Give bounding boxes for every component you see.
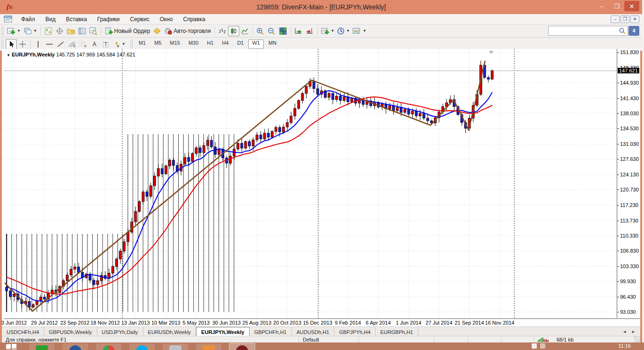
- menu-Справка[interactable]: Справка: [178, 15, 211, 24]
- chart-tab-USDJPYh,Daily[interactable]: USDJPYh,Daily: [97, 327, 143, 336]
- auto-scroll-button[interactable]: [293, 26, 304, 36]
- tab-scroll-right-icon[interactable]: ►: [631, 329, 636, 334]
- market-watch-button[interactable]: [43, 26, 54, 36]
- search-input[interactable]: [548, 26, 628, 36]
- timeframe-W1-button[interactable]: W1: [248, 40, 264, 49]
- chart-tab-USDCHFh,H4[interactable]: USDCHFh,H4: [2, 327, 44, 336]
- timeframe-M30-button[interactable]: M30: [185, 40, 202, 49]
- mdi-close-button[interactable]: ✕: [630, 16, 639, 23]
- search-icon[interactable]: [619, 27, 626, 35]
- price-tick: [617, 312, 619, 312]
- chart-candles-button[interactable]: [228, 26, 239, 36]
- chart-bars-button[interactable]: [217, 26, 228, 36]
- indicators-button[interactable]: ▼: [320, 26, 336, 36]
- taskbar-clock[interactable]: 11:16: [618, 343, 631, 349]
- taskbar-app-settings-gear[interactable]: [163, 343, 188, 350]
- shapes-button[interactable]: ▼: [111, 39, 127, 49]
- profiles-icon: [24, 27, 32, 35]
- dropdown-arrow-icon[interactable]: ▼: [331, 29, 335, 33]
- timeframe-M1-button[interactable]: M1: [135, 40, 149, 49]
- chart-plot-area[interactable]: ▼ EURJPYh,Weekly 145.725 147.969 145.584…: [4, 49, 617, 318]
- taskbar-app-word[interactable]: [63, 343, 88, 350]
- taskbar-app-metatrader[interactable]: [229, 343, 255, 350]
- zoom-in-button[interactable]: [255, 26, 266, 36]
- terminal-button[interactable]: [77, 26, 88, 36]
- close-button[interactable]: ✕: [624, 1, 639, 11]
- new-chart-button[interactable]: ▼: [6, 26, 22, 36]
- navigator-button[interactable]: [65, 26, 77, 36]
- crosshair-button[interactable]: [17, 39, 28, 49]
- chart-shift-button[interactable]: [304, 26, 315, 36]
- navigator-icon: [67, 27, 75, 35]
- maximize-button[interactable]: ❒: [609, 1, 624, 11]
- chart-line-button[interactable]: [239, 26, 251, 36]
- timeframe-D1-button[interactable]: D1: [233, 40, 247, 49]
- tab-scroll-left-icon[interactable]: ◄: [622, 329, 627, 334]
- candlestick-chart[interactable]: [4, 49, 617, 318]
- vline-button[interactable]: [32, 39, 44, 49]
- mdi-restore-button[interactable]: ❐: [620, 16, 629, 23]
- metaeditor-button[interactable]: [151, 26, 163, 36]
- tile-windows-button[interactable]: [277, 26, 289, 36]
- chart-tab-AUDUSDh,H1[interactable]: AUDUSDh,H1: [292, 327, 335, 336]
- toolbar-grip[interactable]: [131, 40, 133, 49]
- dropdown-arrow-icon[interactable]: ▼: [33, 29, 37, 33]
- periods-button[interactable]: ▼: [336, 26, 351, 36]
- fibonacci-button[interactable]: F: [78, 39, 89, 49]
- text-button[interactable]: A: [89, 39, 100, 49]
- timeframe-H1-button[interactable]: H1: [203, 40, 217, 49]
- taskbar-app-skype[interactable]: [129, 343, 155, 350]
- start-button-icon[interactable]: [6, 344, 17, 350]
- hline-button[interactable]: [44, 39, 55, 49]
- channel-button[interactable]: E: [66, 39, 78, 49]
- chart-tab-GBPCHFh,H1[interactable]: GBPCHFh,H1: [250, 327, 292, 336]
- timeframe-M5-button[interactable]: M5: [150, 40, 165, 49]
- taskbar-app-chrome[interactable]: [96, 343, 121, 350]
- community-chat-icon[interactable]: 4: [628, 26, 639, 36]
- dropdown-arrow-icon[interactable]: ▼: [17, 29, 21, 33]
- dropdown-arrow-icon[interactable]: ▼: [346, 29, 350, 33]
- cursor-button[interactable]: [6, 39, 17, 49]
- toolbar-grip[interactable]: [1, 40, 4, 49]
- timeframe-MN-button[interactable]: MN: [265, 40, 280, 49]
- timeframe-M15-button[interactable]: M15: [166, 40, 183, 49]
- trendline-button[interactable]: [55, 39, 66, 49]
- menu-Файл[interactable]: Файл: [16, 15, 40, 24]
- minimize-button[interactable]: –: [594, 1, 609, 11]
- strategy-tester-button[interactable]: [88, 26, 99, 36]
- timeframe-H4-button[interactable]: H4: [218, 40, 232, 49]
- chart-tab-EURUSDh,Weekly[interactable]: EURUSDh,Weekly: [143, 327, 196, 336]
- new-order-button[interactable]: Новый Ордер: [103, 26, 151, 36]
- dropdown-arrow-icon[interactable]: ▼: [362, 29, 366, 33]
- autotrading-icon: [164, 27, 173, 35]
- price-tick: [617, 266, 619, 267]
- autotrading-button[interactable]: Авто-торговля: [163, 26, 212, 36]
- zoom-in-icon: [256, 27, 264, 35]
- system-tray[interactable]: [532, 343, 545, 349]
- collapse-triangle-icon[interactable]: ▼: [7, 53, 10, 57]
- time-scale[interactable]: 3 Jun 201229 Jul 201223 Sep 201218 Nov 2…: [4, 318, 640, 326]
- chart-window: ▼ EURJPYh,Weekly 145.725 147.969 145.584…: [2, 49, 640, 326]
- menu-Графики[interactable]: Графики: [92, 15, 125, 24]
- zoom-out-button[interactable]: [266, 26, 277, 36]
- menu-Сервис[interactable]: Сервис: [125, 15, 155, 24]
- resize-grip[interactable]: [634, 336, 640, 342]
- status-profile[interactable]: Default: [299, 336, 359, 342]
- taskbar-app-orange-app[interactable]: [196, 343, 221, 350]
- templates-button[interactable]: ▼: [351, 26, 368, 36]
- dropdown-arrow-icon[interactable]: ▼: [122, 42, 126, 46]
- price-scale[interactable]: 151.830148.330144.930141.430138.030134.5…: [617, 49, 640, 318]
- chart-tab-EURJPYh,Weekly[interactable]: EURJPYh,Weekly: [196, 327, 250, 336]
- toolbar-grip[interactable]: [1, 26, 4, 36]
- data-window-button[interactable]: [54, 26, 65, 36]
- profiles-button[interactable]: ▼: [22, 26, 39, 36]
- taskbar-app-green-app[interactable]: [29, 343, 55, 350]
- chart-tab-GBPJPYh,H4[interactable]: GBPJPYh,H4: [334, 327, 376, 336]
- menu-Вставка[interactable]: Вставка: [61, 15, 92, 24]
- menu-Окно[interactable]: Окно: [155, 15, 178, 24]
- chart-tab-GBPUSDh,Weekly[interactable]: GBPUSDh,Weekly: [44, 327, 97, 336]
- chart-tab-EURGBPh,H1[interactable]: EURGBPh,H1: [376, 327, 418, 336]
- menu-Вид[interactable]: Вид: [40, 15, 61, 24]
- mdi-minimize-button[interactable]: –: [611, 16, 620, 23]
- label-button[interactable]: T: [100, 39, 111, 49]
